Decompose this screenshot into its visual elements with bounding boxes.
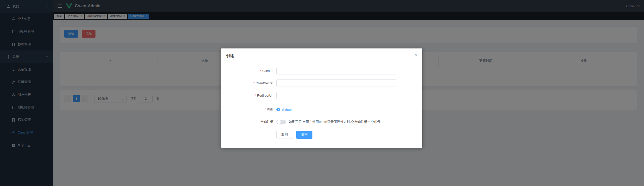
form-row-ClientSecret: *ClientSecret — [221, 79, 422, 87]
auto-register-toggle[interactable] — [276, 120, 286, 124]
close-icon[interactable]: ✕ — [413, 52, 418, 58]
github-radio-label[interactable]: Github — [282, 108, 292, 112]
submit-button[interactable]: 提交 — [296, 131, 312, 139]
dialog-header: 创建 ✕ — [221, 48, 422, 59]
dialog-body: *ClientId*ClientSecret*RedirectUrl *类型 G… — [221, 59, 422, 139]
dialog-title: 创建 — [226, 54, 234, 58]
app: 我的个人信息地址簿管理标签管理系统设备管理群组管理用户列表地址簿管理标签管理Oa… — [0, 0, 644, 186]
form-row-ClientId: *ClientId — [221, 67, 422, 74]
auto-register-row: 自动注册 如果开启,当用户使用oauth登录而没绑定时,会自动注册一个账号 — [221, 119, 422, 124]
form-row-RedirectUrl: *RedirectUrl — [221, 92, 422, 99]
clientsecret-input[interactable] — [276, 79, 396, 87]
required-asterisk: * — [265, 108, 266, 111]
field-label: *ClientId — [221, 69, 276, 73]
dialog-footer: 取消 提交 — [276, 131, 422, 139]
redirecturl-input[interactable] — [276, 92, 396, 99]
required-asterisk: * — [260, 69, 261, 73]
required-asterisk: * — [255, 94, 256, 97]
type-field-label: *类型 — [221, 107, 276, 112]
auto-register-label: 自动注册 — [221, 120, 276, 124]
type-field-row: *类型 Github — [221, 107, 422, 112]
create-dialog: 创建 ✕ *ClientId*ClientSecret*RedirectUrl … — [221, 48, 422, 148]
field-label: *ClientSecret — [221, 81, 276, 85]
required-asterisk: * — [253, 81, 254, 85]
cancel-button[interactable]: 取消 — [276, 131, 293, 139]
github-radio[interactable] — [276, 108, 280, 111]
field-label: *RedirectUrl — [221, 94, 276, 97]
clientid-input[interactable] — [276, 67, 396, 74]
auto-register-hint: 如果开启,当用户使用oauth登录而没绑定时,会自动注册一个账号 — [288, 120, 380, 124]
